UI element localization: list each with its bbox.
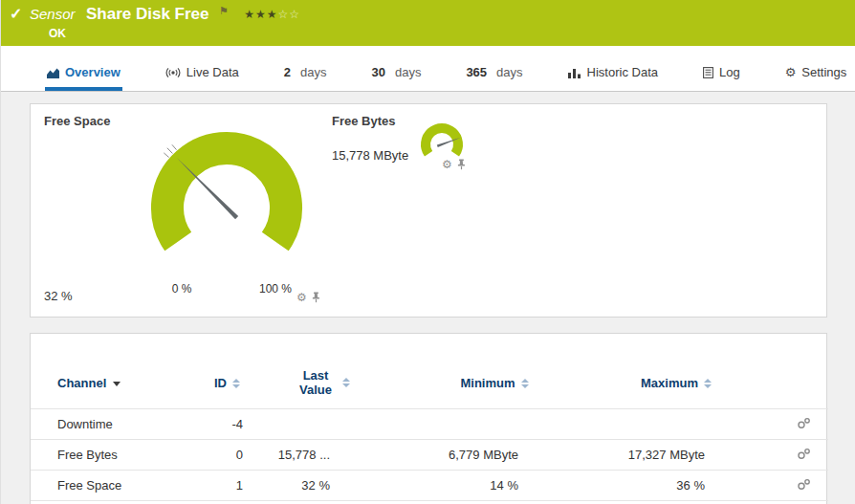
tab-30-days[interactable]: 30days <box>369 57 423 91</box>
free-bytes-value: 15,778 MByte <box>332 148 408 163</box>
channel-table: Channel ID Last Value Minimum Maximum Do… <box>31 361 828 501</box>
status-badge: OK <box>49 27 66 40</box>
free-space-gauge <box>136 120 318 290</box>
tab-label: Overview <box>65 65 121 79</box>
channel-minimum: 6,779 MByte <box>399 440 590 471</box>
stars-empty[interactable]: ☆☆ <box>278 8 301 21</box>
tab-log[interactable]: Log <box>701 57 742 91</box>
table-row-downtime: Downtime -4 <box>31 409 828 440</box>
prtg-sensor-page: ✓ Sensor Share Disk Free ⚑ ★★★☆☆ OK Over… <box>0 0 855 504</box>
channel-settings-icon[interactable] <box>797 417 811 429</box>
object-kind-label: Sensor <box>30 6 76 22</box>
column-label: Last Value <box>295 368 337 397</box>
tab-label-number: 2 <box>284 65 291 79</box>
tab-label: Historic Data <box>587 65 658 79</box>
channel-name: Free Space <box>31 471 203 501</box>
tab-overview[interactable]: Overview <box>45 57 122 91</box>
channel-name: Downtime <box>31 409 203 440</box>
channel-id: 0 <box>203 440 246 471</box>
sensor-header: ✓ Sensor Share Disk Free ⚑ ★★★☆☆ OK <box>1 0 855 46</box>
free-space-gauge-title: Free Space <box>44 114 110 128</box>
column-header-maximum[interactable]: Maximum <box>590 361 762 409</box>
gear-icon[interactable]: ⚙ <box>442 159 452 170</box>
channel-maximum: 36 % <box>590 471 762 501</box>
tab-label: days <box>496 65 522 79</box>
channel-id: 1 <box>203 471 246 501</box>
gauge-scale-max: 100 % <box>247 282 304 296</box>
column-header-id[interactable]: ID <box>203 361 246 409</box>
tab-bar: Overview Live Data 2days 30days 365days … <box>1 57 855 92</box>
overview-icon <box>47 67 59 78</box>
tab-label: days <box>395 65 421 79</box>
tab-live-data[interactable]: Live Data <box>164 57 241 91</box>
channel-id: -4 <box>203 409 246 440</box>
tab-label-number: 365 <box>466 65 487 79</box>
status-check-icon: ✓ <box>10 5 22 23</box>
pin-icon[interactable] <box>457 159 466 170</box>
tab-label: Live Data <box>186 65 239 79</box>
sort-icon[interactable] <box>521 379 529 388</box>
table-row-free-space: Free Space 1 32 % 14 % 36 % <box>31 471 828 501</box>
gear-icon[interactable]: ⚙ <box>296 292 307 303</box>
tab-365-days[interactable]: 365days <box>464 57 524 91</box>
tab-label: Settings <box>801 65 846 79</box>
column-header-tools <box>762 361 828 409</box>
channel-settings-icon[interactable] <box>797 448 811 460</box>
page-title: Share Disk Free <box>86 5 209 23</box>
content-area: Free Space 0 % 100 % 32 % ⚙ Free Bytes 1… <box>1 92 855 504</box>
channel-settings-icon[interactable] <box>797 478 811 491</box>
column-header-last-value[interactable]: Last Value <box>246 361 399 409</box>
channel-name: Free Bytes <box>31 440 203 471</box>
sort-icon[interactable] <box>704 379 712 388</box>
column-label: Minimum <box>460 376 515 390</box>
sort-icon[interactable] <box>342 378 350 387</box>
channel-maximum: 17,327 MByte <box>590 440 762 471</box>
log-icon <box>703 67 713 78</box>
stars-filled[interactable]: ★★★ <box>244 8 277 21</box>
historic-data-icon <box>568 67 581 78</box>
column-header-minimum[interactable]: Minimum <box>399 361 590 409</box>
sort-icon[interactable] <box>232 379 240 388</box>
settings-gear-icon: ⚙ <box>785 66 797 78</box>
channel-table-panel: Channel ID Last Value Minimum Maximum Do… <box>30 333 827 504</box>
tab-label-number: 30 <box>371 65 384 79</box>
live-data-icon <box>165 67 181 78</box>
column-header-channel[interactable]: Channel <box>31 361 203 409</box>
tab-historic-data[interactable]: Historic Data <box>566 57 660 91</box>
table-header-row: Channel ID Last Value Minimum Maximum <box>31 361 828 409</box>
tab-2-days[interactable]: 2days <box>282 57 329 91</box>
free-space-value: 32 % <box>44 289 73 303</box>
channel-maximum <box>590 409 762 440</box>
channel-last-value <box>246 409 399 440</box>
free-space-widget-tools: ⚙ <box>296 292 320 303</box>
channel-minimum: 14 % <box>399 471 590 501</box>
column-label: Maximum <box>641 376 698 390</box>
free-bytes-gauge-title: Free Bytes <box>332 114 395 128</box>
tab-settings[interactable]: ⚙ Settings <box>783 57 849 91</box>
free-bytes-widget-tools: ⚙ <box>442 159 466 170</box>
column-label: Channel <box>57 376 106 390</box>
sort-desc-icon[interactable] <box>113 382 121 386</box>
channel-last-value: 32 % <box>246 471 399 501</box>
tab-label: Log <box>719 65 740 79</box>
gauge-scale-min: 0 % <box>163 282 201 296</box>
table-row-free-bytes: Free Bytes 0 15,778 ... 6,779 MByte 17,3… <box>31 440 828 471</box>
channel-last-value: 15,778 ... <box>246 440 399 471</box>
channel-minimum <box>399 409 590 440</box>
pin-icon[interactable] <box>312 292 320 303</box>
column-label: ID <box>214 376 227 390</box>
priority-rating[interactable]: ★★★☆☆ <box>244 8 300 21</box>
sensor-titleline: Sensor Share Disk Free ⚑ ★★★☆☆ <box>30 5 300 24</box>
flag-icon[interactable]: ⚑ <box>219 5 229 16</box>
tab-label: days <box>300 65 326 79</box>
gauges-panel: Free Space 0 % 100 % 32 % ⚙ Free Bytes 1… <box>30 103 827 318</box>
